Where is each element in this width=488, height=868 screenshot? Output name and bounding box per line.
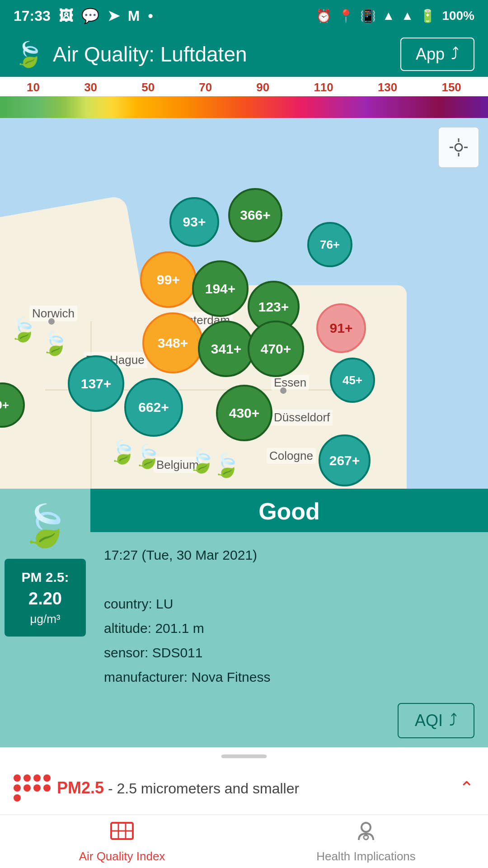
altitude-info: altitude: 201.1 m: [104, 616, 474, 641]
health-tab-icon: [354, 821, 378, 846]
info-left-panel: 🍃 PM 2.5: 2.20 μg/m³: [0, 489, 90, 747]
send-icon: ➤: [108, 7, 120, 24]
tab-health-implications[interactable]: Health Implications: [244, 815, 488, 868]
leaf-logo-icon: 🍃: [14, 40, 44, 69]
pm-reading-box: PM 2.5: 2.20 μg/m³: [5, 559, 86, 637]
cluster-267[interactable]: 267+: [319, 434, 371, 486]
scale-150: 150: [441, 80, 461, 94]
map-tab-icon: [110, 821, 134, 846]
app-share-button[interactable]: App ⤴: [400, 38, 474, 71]
cluster-93[interactable]: 93+: [169, 197, 219, 247]
sms-icon: 💬: [81, 7, 99, 24]
map-leaf-1: 🍃: [9, 317, 37, 343]
pm-dot-1: [14, 774, 21, 782]
tab-air-quality-label: Air Quality Index: [79, 849, 165, 863]
scale-110: 110: [314, 80, 333, 94]
time-display: 17:33: [14, 8, 51, 24]
scale-gradient-bar: [0, 96, 488, 118]
cluster-470[interactable]: 470+: [248, 321, 304, 377]
pm-dot-2: [23, 774, 31, 782]
location-button[interactable]: [438, 127, 479, 168]
map-leaf-3: 🍃: [108, 439, 136, 465]
pm25-text: PM2.5 - 2.5 micrometers and smaller: [57, 778, 299, 797]
cluster-430[interactable]: 430+: [216, 385, 272, 441]
air-quality-status: Good: [90, 489, 488, 532]
cluster-194[interactable]: 194+: [192, 260, 249, 317]
map-dot-norwich: [48, 318, 55, 325]
cluster-91[interactable]: 91+: [316, 303, 366, 353]
aqi-share-button[interactable]: AQI ⤴: [398, 703, 474, 738]
country-info: country: LU: [104, 592, 474, 616]
scale-30: 30: [84, 80, 97, 94]
pm25-section[interactable]: PM2.5 - 2.5 micrometers and smaller ⌃: [0, 762, 488, 815]
app-title: Air Quality: Luftdaten: [53, 42, 247, 66]
tab-air-quality-index[interactable]: Air Quality Index: [0, 815, 244, 868]
pm25-collapse-icon[interactable]: ⌃: [459, 778, 474, 798]
pm-dot-3: [33, 774, 41, 782]
pm-dot-4: [43, 774, 51, 782]
svg-point-9: [361, 823, 371, 832]
pm-value: 2.20: [12, 587, 79, 611]
scale-130: 130: [378, 80, 397, 94]
scale-50: 50: [141, 80, 155, 94]
status-bar: 17:33 🖼 💬 ➤ M • ⏰ 📍 📳 ▲ ▲ 🔋 100%: [0, 0, 488, 32]
svg-point-0: [455, 144, 462, 151]
cluster-348[interactable]: 348+: [142, 312, 203, 373]
scale-10: 10: [27, 80, 40, 94]
scale-numbers: 10 30 50 70 90 110 130 150: [0, 80, 488, 94]
timestamp: 17:27 (Tue, 30 Mar 2021): [104, 543, 474, 567]
map-leaf-2: 🍃: [41, 330, 69, 357]
signal-icon: ▲: [401, 9, 414, 23]
photo-icon: 🖼: [59, 8, 73, 24]
vibrate-icon: 📳: [360, 9, 376, 24]
scale-90: 90: [256, 80, 269, 94]
cluster-99[interactable]: 99+: [140, 251, 197, 308]
info-right-panel: Good 17:27 (Tue, 30 Mar 2021) country: L…: [90, 489, 488, 747]
drag-handle-bar: [221, 755, 267, 758]
battery-icon: 🔋: [420, 9, 436, 24]
map-leaf-4: 🍃: [133, 443, 161, 470]
pm-label: PM 2.5:: [12, 568, 79, 587]
pm-dot-8: [43, 784, 51, 792]
cluster-662[interactable]: 662+: [124, 378, 183, 437]
mail-icon: M: [128, 8, 140, 24]
status-right: ⏰ 📍 📳 ▲ ▲ 🔋 100%: [316, 9, 474, 24]
map-label-cologne: Cologne: [267, 448, 316, 464]
battery-percent: 100%: [442, 9, 474, 23]
location-icon: 📍: [338, 9, 354, 24]
pm-dot-7: [33, 784, 41, 792]
aqi-button-label: AQI: [415, 711, 443, 730]
pm-dot-6: [23, 784, 31, 792]
map-leaf-5: 🍃: [188, 448, 216, 474]
map-dot-essen: [280, 387, 286, 394]
scale-70: 70: [199, 80, 212, 94]
station-details: 17:27 (Tue, 30 Mar 2021) country: LU alt…: [90, 532, 488, 698]
dot-icon: •: [148, 8, 153, 24]
pm25-description: - 2.5 micrometers and smaller: [108, 780, 299, 797]
status-left: 17:33 🖼 💬 ➤ M •: [14, 7, 153, 24]
cluster-45[interactable]: 45+: [330, 358, 375, 403]
aqi-share-icon: ⤴: [449, 711, 457, 730]
pm25-dot-grid: [14, 774, 46, 802]
map-leaf-6: 🍃: [212, 453, 240, 479]
pm-dot-9: [14, 794, 21, 802]
app-button-label: App: [416, 45, 445, 64]
cluster-76[interactable]: 76+: [307, 222, 352, 267]
app-header: 🍃 Air Quality: Luftdaten App ⤴: [0, 32, 488, 77]
pm25-left: PM2.5 - 2.5 micrometers and smaller: [14, 774, 299, 802]
map-label-dusseldorf: Düsseldorf: [271, 410, 333, 425]
cluster-341[interactable]: 341+: [198, 321, 254, 377]
cluster-366[interactable]: 366+: [228, 188, 282, 242]
info-panel: 🍃 PM 2.5: 2.20 μg/m³ Good 17:27 (Tue, 30…: [0, 489, 488, 747]
map-label-essen: Essen: [271, 375, 309, 391]
wifi-icon: ▲: [382, 9, 395, 23]
map-area[interactable]: Norwich Amsterdam The Hague Essen Düssel…: [0, 118, 488, 489]
drag-handle-area[interactable]: [0, 747, 488, 762]
alarm-icon: ⏰: [316, 9, 332, 24]
tab-health-label: Health Implications: [316, 849, 416, 863]
sensor-info: sensor: SDS011: [104, 641, 474, 665]
bottom-tabs: Air Quality Index Health Implications: [0, 815, 488, 868]
share-icon: ⤴: [451, 45, 459, 64]
aqi-scale-bar: 10 30 50 70 90 110 130 150: [0, 77, 488, 118]
cluster-137[interactable]: 137+: [68, 355, 124, 412]
